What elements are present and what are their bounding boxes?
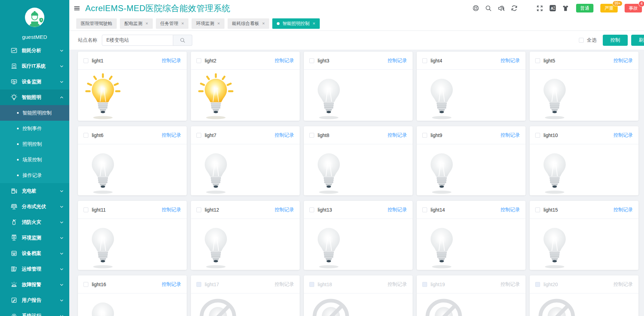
- avatar[interactable]: [25, 8, 44, 27]
- close-tab-icon[interactable]: ×: [312, 21, 315, 26]
- control-record-link[interactable]: 控制记录: [501, 207, 520, 213]
- chart-icon: [10, 47, 17, 54]
- control-button[interactable]: 控制: [603, 35, 628, 46]
- light-checkbox[interactable]: [196, 282, 201, 287]
- sidebar-item-label: 设备监测: [22, 79, 41, 85]
- light-card-header: light7控制记录: [191, 126, 300, 144]
- light-checkbox[interactable]: [309, 133, 314, 138]
- bulb-icon: [10, 94, 17, 101]
- sidebar-item-energy-analysis[interactable]: 能耗分析: [0, 43, 69, 58]
- sidebar-item-env-monitor[interactable]: 环境监测: [0, 230, 69, 246]
- light-checkbox[interactable]: [196, 133, 201, 138]
- hamburger-icon[interactable]: [73, 5, 80, 12]
- light-checkbox[interactable]: [309, 207, 314, 212]
- chevron-down-icon: [60, 220, 64, 224]
- search-icon[interactable]: [485, 5, 492, 12]
- sidebar-item-smart-lighting[interactable]: 智能照明: [0, 89, 69, 105]
- close-tab-icon[interactable]: ×: [145, 21, 148, 26]
- sidebar-subitem-scene-control[interactable]: 场景控制: [0, 152, 69, 168]
- sidebar-item-device-monitor[interactable]: 设备监测: [0, 74, 69, 89]
- tab-hospital-cockpit[interactable]: 医院管理驾驶舱: [76, 18, 117, 29]
- site-name-input[interactable]: [102, 35, 173, 46]
- control-record-link[interactable]: 控制记录: [388, 58, 407, 64]
- tab-smart-lighting-control[interactable]: 智能照明控制×: [272, 18, 320, 29]
- sidebar-item-fault-alarm[interactable]: 故障报警: [0, 277, 69, 292]
- light-card-body: [78, 144, 187, 195]
- refresh-icon[interactable]: [510, 5, 518, 12]
- sidebar-item-charging-pile[interactable]: 充电桩: [0, 183, 69, 199]
- sidebar-item-label: 用户报告: [22, 297, 41, 304]
- control-record-link[interactable]: 控制记录: [275, 58, 294, 64]
- close-tab-icon[interactable]: ×: [262, 21, 265, 26]
- status-button-normal[interactable]: 普通: [576, 4, 593, 12]
- light-card-header: light1控制记录: [78, 52, 187, 70]
- control-record-link[interactable]: 控制记录: [388, 132, 407, 138]
- status-button-severe[interactable]: 严重99+: [600, 4, 618, 12]
- close-tab-icon[interactable]: ×: [182, 21, 184, 26]
- control-record-link[interactable]: 控制记录: [162, 132, 181, 138]
- control-record-link[interactable]: 控制记录: [162, 58, 181, 64]
- light-checkbox[interactable]: [196, 58, 201, 63]
- light-checkbox[interactable]: [309, 58, 314, 63]
- light-checkbox[interactable]: [535, 133, 540, 138]
- light-checkbox[interactable]: [535, 58, 540, 63]
- sidebar-item-distributed-pv[interactable]: 分布式光伏: [0, 199, 69, 214]
- sidebar-item-label: 故障报警: [22, 282, 41, 288]
- select-all-checkbox[interactable]: [579, 38, 584, 43]
- light-card: light15控制记录: [530, 201, 638, 270]
- tab-env-monitor[interactable]: 环境监测×: [192, 18, 224, 29]
- sidebar-item-fire-safety[interactable]: 消防火灾: [0, 214, 69, 230]
- tab-power-monitor[interactable]: 配电监测×: [120, 18, 153, 29]
- light-name: light2: [205, 58, 216, 63]
- sidebar-subitem-lighting-control[interactable]: 照明控制: [0, 136, 69, 152]
- light-checkbox[interactable]: [422, 133, 427, 138]
- light-checkbox[interactable]: [83, 282, 88, 287]
- control-record-link[interactable]: 控制记录: [162, 207, 181, 213]
- light-checkbox[interactable]: [309, 282, 314, 287]
- tab-task-management[interactable]: 任务管理×: [156, 18, 189, 29]
- content: light1控制记录 light2控制记录 light3控制记录: [69, 50, 644, 316]
- sidebar-subitem-smart-lighting-control[interactable]: 智能照明控制: [0, 105, 69, 121]
- sidebar-item-device-archive[interactable]: 设备档案: [0, 246, 69, 261]
- light-name: light13: [318, 207, 332, 213]
- sidebar-item-system-run[interactable]: 系统运行: [0, 308, 69, 316]
- tab-energy-dashboard[interactable]: 能耗综合看板×: [228, 18, 270, 29]
- refresh-button[interactable]: 刷新: [631, 35, 644, 46]
- control-record-link[interactable]: 控制记录: [388, 207, 407, 213]
- control-record-link[interactable]: 控制记录: [614, 58, 633, 64]
- search-button[interactable]: [173, 35, 192, 46]
- light-checkbox[interactable]: [83, 207, 88, 212]
- aim-icon[interactable]: [472, 5, 479, 12]
- light-checkbox[interactable]: [196, 207, 201, 212]
- sidebar-subitem-operation-records[interactable]: 操作记录: [0, 168, 69, 183]
- status-button-accident[interactable]: 事故4: [625, 4, 642, 12]
- control-record-link[interactable]: 控制记录: [162, 281, 181, 288]
- fullscreen-icon[interactable]: [536, 5, 544, 12]
- control-record-link[interactable]: 控制记录: [275, 132, 294, 138]
- control-record-link[interactable]: 控制记录: [614, 132, 633, 138]
- light-checkbox[interactable]: [535, 282, 540, 287]
- light-name: light12: [205, 207, 219, 213]
- light-checkbox[interactable]: [83, 58, 88, 63]
- sidebar-item-user-report[interactable]: 用户报告: [0, 292, 69, 308]
- chevron-down-icon: [60, 236, 64, 240]
- light-card-header: light11控制记录: [78, 201, 187, 219]
- sidebar-item-ops-management[interactable]: 运维管理: [0, 261, 69, 277]
- control-record-link[interactable]: 控制记录: [501, 58, 520, 64]
- control-record-link[interactable]: 控制记录: [275, 207, 294, 213]
- translate-icon[interactable]: A文: [549, 5, 556, 12]
- mute-icon[interactable]: [497, 5, 505, 12]
- control-record-link[interactable]: 控制记录: [501, 132, 520, 138]
- light-card-body: [304, 70, 413, 121]
- chevron-down-icon: [60, 267, 64, 271]
- theme-icon[interactable]: [562, 5, 569, 12]
- close-tab-icon[interactable]: ×: [217, 21, 220, 26]
- light-checkbox[interactable]: [422, 58, 427, 63]
- light-checkbox[interactable]: [535, 207, 540, 212]
- light-checkbox[interactable]: [422, 282, 427, 287]
- sidebar-subitem-control-events[interactable]: 控制事件: [0, 121, 69, 136]
- light-checkbox[interactable]: [422, 207, 427, 212]
- control-record-link[interactable]: 控制记录: [614, 207, 633, 213]
- light-checkbox[interactable]: [83, 133, 88, 138]
- sidebar-item-medical-it[interactable]: 医疗IT系统: [0, 58, 69, 74]
